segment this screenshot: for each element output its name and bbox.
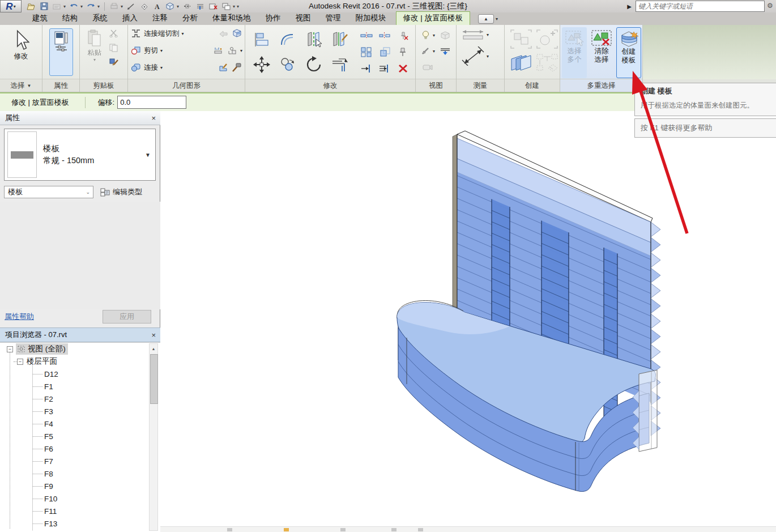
scroll-up-icon[interactable]: ▲ — [150, 344, 157, 353]
edit-profile-icon[interactable] — [218, 62, 229, 73]
panel-clipboard-label[interactable]: 剪贴板 — [80, 79, 127, 92]
collapse-icon[interactable]: − — [17, 359, 23, 365]
tree-item-level[interactable]: F10 — [0, 492, 160, 505]
trim-extend-single-icon[interactable] — [361, 64, 372, 73]
panel-properties-label[interactable]: 属性 — [42, 79, 79, 92]
copy-elements-icon[interactable] — [279, 57, 296, 72]
minimize-ribbon-icon[interactable]: ▲ — [478, 14, 494, 24]
properties-button[interactable] — [49, 28, 73, 76]
tab-analyze[interactable]: 分析 — [175, 12, 205, 25]
tree-item-level[interactable]: F1 — [0, 380, 160, 393]
demolish-box-icon[interactable] — [231, 28, 242, 39]
application-menu-button[interactable]: R ▾ — [0, 0, 22, 12]
section-icon[interactable] — [182, 2, 192, 11]
thin-lines-icon[interactable] — [195, 2, 205, 11]
drawing-canvas[interactable] — [160, 111, 776, 532]
panel-modify-label[interactable]: 修改 — [245, 79, 415, 92]
temporary-hide-icon[interactable] — [420, 30, 432, 40]
cut-geometry-button[interactable]: 剪切 ▾ — [130, 44, 184, 57]
modify-tool-button[interactable]: 修改 — [6, 27, 36, 77]
mirror-draw-axis-icon[interactable] — [331, 31, 349, 48]
camera-icon[interactable] — [422, 62, 433, 72]
create-floor-button[interactable]: 创建 楼板 — [616, 27, 641, 78]
tab-structure[interactable]: 结构 — [55, 12, 85, 25]
tab-addins[interactable]: 附加模块 — [348, 12, 394, 25]
align-icon[interactable] — [253, 32, 270, 48]
unpin-icon[interactable] — [397, 31, 408, 40]
apply-button[interactable]: 应用 — [103, 310, 151, 324]
tree-item-level[interactable]: F3 — [0, 405, 160, 418]
measure-angle-dropdown-icon[interactable]: ▾ — [487, 54, 489, 59]
measure-between-icon[interactable] — [461, 28, 485, 41]
tab-systems[interactable]: 系统 — [85, 12, 115, 25]
type-selector[interactable]: 楼板 常规 - 150mm ▼ — [4, 129, 156, 181]
hide-dropdown-icon[interactable]: ▾ — [433, 33, 435, 38]
collapse-icon[interactable]: − — [7, 346, 13, 352]
switch-windows-dropdown-icon[interactable]: ▾ — [233, 4, 235, 9]
tree-item-level[interactable]: D12 — [0, 368, 160, 380]
tree-item-level[interactable]: F6 — [0, 442, 160, 455]
linework-dropdown-icon[interactable]: ▾ — [433, 49, 435, 54]
sweep-dropdown-icon[interactable]: ▾ — [240, 48, 242, 53]
rendered-view-icon[interactable] — [440, 30, 451, 40]
customize-qat-icon[interactable]: ▾ — [237, 4, 239, 9]
schedule-diagram-icon[interactable] — [536, 53, 558, 73]
sun-path-icon[interactable] — [391, 528, 396, 531]
sync-dropdown-icon[interactable]: ▾ — [63, 4, 66, 9]
cope-button[interactable]: 连接端切割 ▾ — [130, 27, 184, 40]
close-icon[interactable]: × — [151, 331, 156, 339]
reveal-hidden-icon[interactable] — [440, 46, 451, 56]
print-dropdown-icon[interactable]: ▾ — [121, 4, 123, 9]
pin-icon[interactable] — [398, 47, 407, 57]
tab-view[interactable]: 视图 — [288, 12, 318, 25]
mirror-pick-axis-icon[interactable] — [305, 31, 323, 48]
wall-sweep-icon[interactable] — [227, 45, 238, 56]
scale-icon[interactable] — [379, 47, 390, 57]
rotate-icon[interactable] — [305, 56, 323, 73]
tree-item-level[interactable]: F2 — [0, 393, 160, 405]
tab-massing-site[interactable]: 体量和场地 — [205, 12, 258, 25]
split-with-gap-icon[interactable] — [379, 32, 390, 40]
save-icon[interactable] — [39, 2, 49, 11]
project-browser-header[interactable]: 项目浏览器 - 07.rvt × — [0, 327, 160, 342]
tree-scrollbar[interactable]: ▲ — [149, 343, 158, 531]
undo-icon[interactable] — [69, 2, 79, 11]
panel-create-label[interactable]: 创建 — [505, 79, 560, 92]
tab-architecture[interactable]: 建筑 — [25, 12, 55, 25]
tree-item-level[interactable]: F7 — [0, 455, 160, 467]
offset-icon[interactable] — [279, 32, 296, 47]
tree-group-floor-plans[interactable]: − 楼层平面 — [0, 355, 160, 368]
visual-style-icon[interactable] — [340, 528, 346, 531]
tab-annotate[interactable]: 注释 — [145, 12, 175, 25]
cope-dropdown-icon[interactable]: ▾ — [182, 31, 184, 36]
offset-input[interactable] — [117, 96, 186, 109]
tree-item-level[interactable]: F8 — [0, 467, 160, 480]
search-input[interactable] — [636, 1, 765, 12]
move-icon[interactable] — [253, 56, 270, 73]
measure-icon[interactable] — [126, 2, 136, 11]
chevron-down-icon[interactable]: ▼ — [145, 152, 151, 158]
search-expand-icon[interactable]: ▶ — [625, 3, 633, 10]
delete-icon[interactable] — [398, 64, 408, 73]
trim-corner-icon[interactable] — [331, 57, 349, 73]
match-type-icon[interactable] — [108, 57, 120, 67]
scale-control-icon[interactable] — [227, 528, 232, 531]
create-similar-icon[interactable] — [536, 29, 558, 49]
tag-icon[interactable] — [139, 2, 149, 11]
panel-measure-label[interactable]: 测量 — [457, 79, 504, 92]
tab-modify-place-floor-by-face[interactable]: 修改 | 放置面楼板 — [396, 11, 471, 25]
tab-manage[interactable]: 管理 — [318, 12, 348, 25]
properties-help-link[interactable]: 属性帮助 — [5, 312, 34, 322]
switch-windows-icon[interactable] — [221, 2, 231, 11]
trim-extend-multiple-icon[interactable] — [379, 64, 390, 73]
close-hidden-windows-icon[interactable] — [208, 2, 218, 11]
join-dropdown-icon[interactable]: ▾ — [160, 65, 163, 70]
sync-icon[interactable] — [52, 2, 62, 11]
view-dropdown-icon[interactable]: ▾ — [177, 4, 179, 9]
tree-item-level[interactable]: F4 — [0, 418, 160, 430]
paste-button[interactable]: 粘贴 ▾ — [83, 27, 106, 77]
open-icon[interactable] — [26, 2, 36, 11]
default-3d-view-icon[interactable] — [165, 2, 175, 11]
create-group-icon[interactable] — [510, 29, 532, 49]
edit-type-button[interactable]: 编辑类型 — [100, 187, 142, 197]
